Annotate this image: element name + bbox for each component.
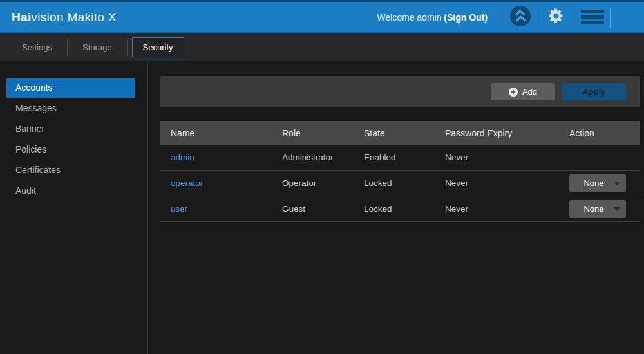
action-dropdown[interactable]: None: [569, 200, 626, 218]
chevron-down-icon: [614, 207, 620, 211]
account-name-link[interactable]: admin: [171, 153, 194, 162]
sign-out-link[interactable]: (Sign Out): [444, 12, 488, 23]
column-header-name: Name: [171, 128, 282, 138]
tab-separator: [189, 39, 189, 56]
status-chevrons-icon: [509, 5, 531, 30]
gear-icon: [547, 7, 565, 27]
sidebar-item-certificates[interactable]: Certificates: [6, 160, 135, 180]
account-password-expiry: Never: [445, 204, 569, 214]
column-header-password-expiry: Password Expiry: [445, 128, 569, 138]
security-sidebar: Accounts Messages Banner Policies Certif…: [0, 61, 148, 354]
table-row-operator: operator Operator Locked Never None: [160, 171, 640, 196]
main-tabbar: Settings Storage Security: [0, 33, 644, 61]
tab-security[interactable]: Security: [132, 37, 184, 57]
tab-storage[interactable]: Storage: [72, 38, 122, 57]
brand-logo: Haivision Makito X: [12, 10, 117, 24]
add-account-button[interactable]: Add: [491, 83, 555, 100]
sidebar-item-accounts[interactable]: Accounts: [6, 78, 135, 98]
accounts-panel: Add Apply Name Role State Password Expir…: [160, 61, 640, 354]
tab-separator: [67, 39, 68, 56]
welcome-text: Welcome admin (Sign Out): [377, 12, 488, 23]
app-header: Haivision Makito X Welcome admin (Sign O…: [0, 0, 644, 33]
sidebar-item-policies[interactable]: Policies: [6, 140, 135, 160]
table-row-user: user Guest Locked Never None: [160, 196, 640, 222]
column-header-role: Role: [282, 128, 364, 138]
status-stream-button[interactable]: [502, 2, 538, 32]
welcome-label: Welcome admin: [377, 12, 444, 23]
tab-settings[interactable]: Settings: [12, 38, 62, 57]
content-area: Accounts Messages Banner Policies Certif…: [0, 61, 644, 354]
account-role: Operator: [282, 178, 364, 188]
account-action-cell: None: [569, 174, 640, 192]
account-password-expiry: Never: [445, 178, 569, 188]
table-row-admin: admin Administrator Enabled Never: [160, 145, 640, 171]
column-header-action: Action: [569, 128, 640, 138]
sidebar-item-banner[interactable]: Banner: [6, 119, 135, 139]
menu-button[interactable]: [574, 2, 610, 32]
account-role: Administrator: [282, 153, 364, 162]
hamburger-menu-icon: [581, 10, 604, 24]
plus-circle-icon: [509, 88, 518, 97]
apply-button[interactable]: Apply: [562, 83, 626, 100]
sidebar-item-audit[interactable]: Audit: [6, 181, 135, 201]
account-action-cell: None: [569, 200, 640, 218]
account-state: Locked: [364, 204, 445, 214]
account-password-expiry: Never: [445, 153, 569, 162]
settings-gear-button[interactable]: [538, 2, 574, 32]
add-button-label: Add: [522, 87, 537, 97]
brand-rest: vision Makito X: [31, 10, 116, 24]
sidebar-item-messages[interactable]: Messages: [6, 98, 135, 118]
column-header-state: State: [364, 128, 445, 138]
accounts-toolbar: Add Apply: [160, 76, 640, 107]
action-dropdown[interactable]: None: [569, 174, 626, 192]
accounts-table-header: Name Role State Password Expiry Action: [160, 121, 640, 145]
account-name-link[interactable]: user: [171, 204, 187, 214]
account-role: Guest: [282, 204, 364, 214]
header-right: Welcome admin (Sign Out): [377, 2, 644, 32]
tab-separator: [127, 39, 128, 56]
chevron-down-icon: [614, 182, 620, 185]
account-state: Enabled: [364, 153, 445, 162]
account-state: Locked: [364, 178, 445, 188]
brand-bold: Hai: [12, 10, 31, 24]
header-end-pad: [611, 2, 644, 32]
account-name-link[interactable]: operator: [171, 178, 203, 188]
